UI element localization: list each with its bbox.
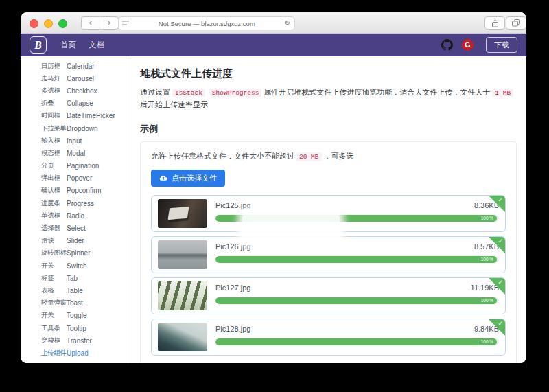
url-text: Not Secure — blazor.sdgxgz.com — [129, 20, 285, 27]
sidebar-item-toast[interactable]: 轻量弹窗Toast — [21, 297, 130, 310]
check-icon: ✓ — [498, 196, 503, 203]
washed-tooltip-overlay — [242, 211, 340, 243]
share-icon[interactable] — [484, 16, 505, 30]
navbar-right: G 下载 — [441, 37, 517, 53]
progress-fill: 100 % — [215, 338, 497, 345]
sidebar-item-popover[interactable]: 弹出框Popover — [21, 172, 130, 185]
sidebar-item-checkbox[interactable]: 多选框Checkbox — [21, 84, 130, 97]
close-window-button[interactable] — [30, 19, 38, 28]
code-badge-1mb: 1 MB — [492, 89, 513, 97]
choose-file-button[interactable]: 点击选择文件 — [151, 170, 225, 187]
code-badge-isstack: IsStack — [172, 89, 205, 97]
file-thumbnail — [158, 281, 207, 310]
download-button[interactable]: 下载 — [486, 37, 517, 53]
file-item: Pic127.jpg 11.19KB 100 % ✓ — [151, 277, 506, 314]
history-nav-buttons: ‹ › — [81, 16, 119, 30]
sidebar-item-input[interactable]: 输入框Input — [21, 135, 130, 147]
safari-window: ‹ › Not Secure — blazor.sdgxgz.com ↻ — [21, 12, 526, 363]
sidebar-item-popconfirm[interactable]: 确认框Popconfirm — [21, 185, 130, 197]
gitee-icon[interactable]: G — [462, 39, 474, 51]
progress-bar: 100 % — [215, 297, 499, 304]
code-badge-20mb: 20 MB — [296, 152, 322, 161]
progress-bar: 100 % — [215, 256, 499, 263]
progress-fill: 100 % — [215, 297, 497, 304]
check-icon: ✓ — [498, 279, 503, 286]
demo-card: 允许上传任意格式文件，文件大小不能超过20 MB，可多选 点击选择文件 — [140, 141, 517, 363]
file-name: Pic126.jpg — [215, 242, 250, 251]
sidebar-item-select[interactable]: 选择器Select — [21, 222, 130, 234]
github-icon[interactable] — [441, 39, 453, 51]
sidebar-item-carousel[interactable]: 走马灯Carousel — [21, 72, 130, 84]
file-name: Pic125.jpg — [215, 201, 250, 209]
sidebar-item-dropdown[interactable]: 下拉菜单Dropdown — [21, 122, 130, 135]
upload-file-list: Pic125.jpg 8.36KB 100 % ✓ — [151, 195, 506, 356]
sidebar-item-collapse[interactable]: 折叠Collapse — [21, 97, 130, 110]
progress-bar: 100 % — [215, 338, 499, 345]
forward-icon[interactable]: › — [100, 17, 118, 29]
sidebar-item-calendar[interactable]: 日历框Calendar — [21, 60, 130, 72]
browser-titlebar: ‹ › Not Secure — blazor.sdgxgz.com ↻ — [21, 12, 526, 34]
sidebar-item-radio[interactable]: 单选框Radio — [21, 209, 130, 222]
file-thumbnail — [158, 323, 207, 351]
file-name: Pic127.jpg — [215, 284, 250, 292]
main-content: 堆栈式文件上传进度 通过设置IsStackShowProgress属性开启堆栈式… — [130, 56, 526, 363]
intro-paragraph: 通过设置IsStackShowProgress属性开启堆栈式文件上传进度预览功能… — [140, 87, 517, 111]
demo-body: 允许上传任意格式文件，文件大小不能超过20 MB，可多选 点击选择文件 — [141, 142, 516, 363]
nav-link-docs[interactable]: 文档 — [89, 40, 104, 50]
sidebar-item-modal[interactable]: 模态框Modal — [21, 147, 130, 159]
nav-links: 首页 文档 — [60, 40, 104, 50]
sidebar-item-tab[interactable]: 标签Tab — [21, 272, 130, 284]
reader-icon[interactable] — [122, 21, 129, 26]
brand-logo[interactable]: B — [30, 36, 47, 54]
sidebar-item-pagination[interactable]: 分页Pagination — [21, 160, 130, 172]
example-section-title: 示例 — [140, 123, 517, 135]
app-navbar: B 首页 文档 G 下载 — [21, 34, 526, 56]
sidebar-item-upload[interactable]: 上传组件Upload — [21, 347, 130, 359]
upload-hint: 允许上传任意格式文件，文件大小不能超过20 MB，可多选 — [151, 151, 506, 161]
component-sidebar: 日历框Calendar 走马灯Carousel 多选框Checkbox 折叠Co… — [21, 56, 130, 363]
progress-fill: 100 % — [215, 256, 497, 263]
code-badge-showprogress: ShowProgress — [209, 89, 261, 97]
minimize-window-button[interactable] — [44, 19, 53, 28]
gitee-letter: G — [465, 41, 470, 49]
tabs-overview-icon[interactable] — [506, 16, 526, 30]
sidebar-item-table[interactable]: 表格Table — [21, 284, 130, 297]
sidebar-item-switch[interactable]: 开关Switch — [21, 260, 130, 272]
page-content: 日历框Calendar 走马灯Carousel 多选框Checkbox 折叠Co… — [21, 56, 526, 363]
file-thumbnail — [158, 199, 207, 228]
address-bar[interactable]: Not Secure — blazor.sdgxgz.com ↻ — [118, 16, 295, 30]
window-controls — [30, 19, 67, 28]
sidebar-item-slider[interactable]: 滑块Slider — [21, 235, 130, 247]
back-icon[interactable]: ‹ — [82, 17, 100, 29]
sidebar-item-datetimepicker[interactable]: 时间框DateTimePicker — [21, 110, 130, 122]
check-icon: ✓ — [498, 238, 503, 244]
sidebar-item-toggle[interactable]: 开关Toggle — [21, 310, 130, 322]
file-item: Pic128.jpg 9.84KB 100 % ✓ — [151, 319, 506, 356]
sidebar-item-spinner[interactable]: 旋转图标Spinner — [21, 247, 130, 260]
file-thumbnail — [158, 240, 207, 269]
desktop-background: ‹ › Not Secure — blazor.sdgxgz.com ↻ — [0, 0, 549, 392]
nav-link-home[interactable]: 首页 — [60, 40, 76, 50]
page-title: 堆栈式文件上传进度 — [140, 67, 517, 80]
sidebar-item-tooltip[interactable]: 工具条Tooltip — [21, 322, 130, 334]
check-icon: ✓ — [498, 320, 503, 327]
reload-icon[interactable]: ↻ — [285, 20, 290, 27]
file-name: Pic128.jpg — [215, 325, 250, 333]
sidebar-item-transfer[interactable]: 穿梭框Transfer — [21, 334, 130, 347]
zoom-window-button[interactable] — [58, 19, 67, 28]
sidebar-item-progress[interactable]: 进度条Progress — [21, 197, 130, 209]
cloud-upload-icon — [159, 174, 167, 183]
